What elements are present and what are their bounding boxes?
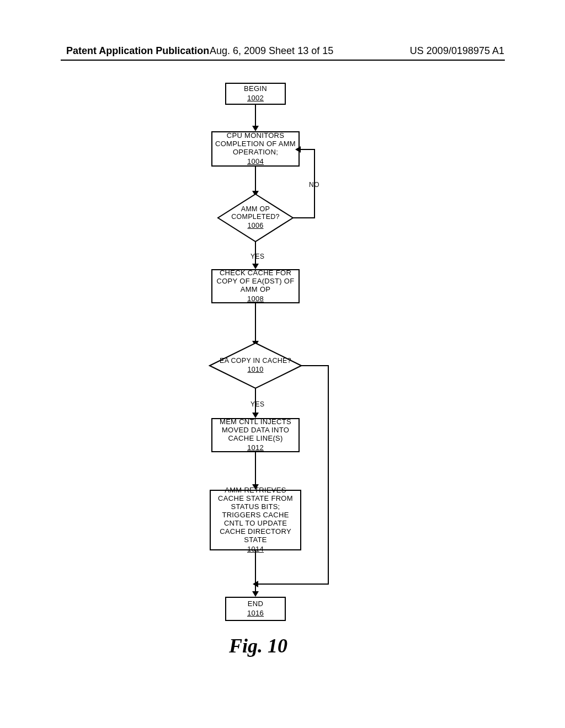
- edge: [300, 149, 315, 150]
- node-end: END 1016: [225, 597, 286, 621]
- node-done-ref: 1006: [217, 222, 294, 230]
- node-eacopy-decision: EA COPY IN CACHE? 1010: [209, 342, 302, 389]
- node-eacopy-ref: 1010: [220, 366, 291, 374]
- node-state: AMM RETRIEVES CACHE STATE FROM STATUS BI…: [210, 490, 301, 550]
- flowchart: BEGIN 1002 CPU MONITORS COMPLETION OF AM…: [0, 0, 565, 728]
- node-monitor-text: CPU MONITORS COMPLETION OF AMM OPERATION…: [214, 132, 297, 157]
- node-inject: MEM CNTL INJECTS MOVED DATA INTO CACHE L…: [211, 418, 300, 452]
- edge: [301, 365, 329, 366]
- node-check: CHECK CACHE FOR COPY OF EA(DST) OF AMM O…: [211, 269, 300, 303]
- node-check-text: CHECK CACHE FOR COPY OF EA(DST) OF AMM O…: [214, 269, 297, 294]
- node-begin-ref: 1002: [247, 94, 264, 103]
- arrowhead-icon: [252, 126, 259, 131]
- node-end-text: END: [248, 600, 263, 608]
- node-done-text: AMM OP COMPLETED?: [217, 206, 294, 221]
- node-state-text: AMM RETRIEVES CACHE STATE FROM STATUS BI…: [212, 486, 299, 544]
- edge: [255, 105, 256, 127]
- edge: [328, 365, 329, 585]
- node-done-decision: AMM OP COMPLETED? 1006: [217, 193, 294, 243]
- edge-label-yes2: YES: [250, 400, 265, 408]
- arrowhead-icon: [252, 591, 259, 597]
- edge: [255, 167, 256, 192]
- node-eacopy-text: EA COPY IN CACHE?: [220, 357, 291, 365]
- node-end-ref: 1016: [247, 609, 264, 618]
- edge: [293, 217, 315, 218]
- node-begin-text: BEGIN: [244, 85, 267, 93]
- node-monitor-ref: 1004: [247, 158, 264, 166]
- node-inject-text: MEM CNTL INJECTS MOVED DATA INTO CACHE L…: [214, 418, 297, 443]
- node-monitor: CPU MONITORS COMPLETION OF AMM OPERATION…: [211, 131, 300, 167]
- edge: [255, 584, 329, 585]
- arrowhead-icon: [295, 146, 301, 153]
- edge: [255, 452, 256, 485]
- edge-label-no: NO: [309, 181, 319, 189]
- edge: [255, 550, 256, 592]
- page: Patent Application Publication Aug. 6, 2…: [0, 0, 565, 728]
- node-begin: BEGIN 1002: [225, 83, 286, 105]
- node-check-ref: 1008: [247, 295, 264, 303]
- edge: [255, 303, 256, 342]
- node-inject-ref: 1012: [247, 444, 264, 452]
- edge-label-yes1: YES: [250, 253, 265, 260]
- figure-label: Fig. 10: [229, 634, 287, 657]
